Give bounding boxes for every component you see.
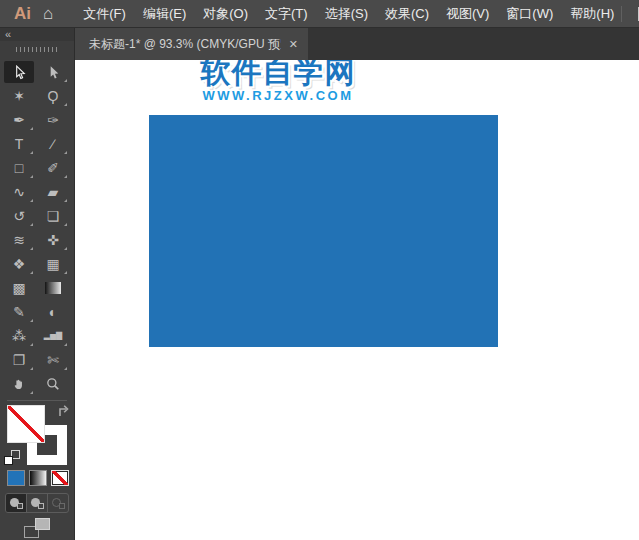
- zoom-icon: [46, 377, 60, 391]
- hand-icon: [12, 377, 26, 391]
- gradient-tool[interactable]: [38, 277, 68, 299]
- mesh-tool[interactable]: ▩: [4, 277, 34, 299]
- document-tab[interactable]: 未标题-1* @ 93.3% (CMYK/GPU 预览) ✕: [75, 28, 308, 60]
- illustrator-window: Ai ⌂ 文件(F)编辑(E)对象(O)文字(T)选择(S)效果(C)视图(V)…: [0, 0, 639, 540]
- width-tool[interactable]: ≋: [4, 229, 34, 251]
- menu-object[interactable]: 对象(O): [203, 5, 248, 23]
- rotate-icon: ↺: [13, 209, 25, 223]
- hand-tool[interactable]: [4, 373, 34, 395]
- pen-icon: ✒: [13, 113, 25, 127]
- color-chip[interactable]: [7, 470, 25, 486]
- swap-fill-stroke-icon[interactable]: [57, 404, 71, 417]
- shape-builder-icon: ❖: [13, 257, 26, 271]
- magic-wand-icon: ✶: [13, 89, 25, 103]
- color-type-buttons: [0, 467, 74, 489]
- magic-wand-tool[interactable]: ✶: [4, 85, 34, 107]
- main-area: ✶Ϙ✒✑T∕□✐∿▰↺❏≋✜❖▦▩✎◐⁂▂▅▇❐✄: [0, 60, 639, 540]
- mesh-icon: ▩: [12, 281, 25, 295]
- eyedropper-icon: ✎: [13, 305, 25, 319]
- menu-select[interactable]: 选择(S): [325, 5, 368, 23]
- toolbar-dock-header: «: [0, 28, 75, 60]
- artboard-tool[interactable]: ❐: [4, 349, 34, 371]
- fill-stroke-controls: [0, 403, 74, 467]
- perspective-grid-tool[interactable]: ▦: [38, 253, 68, 275]
- drawn-rectangle[interactable]: [149, 115, 498, 347]
- slice-tool[interactable]: ✄: [38, 349, 68, 371]
- width-icon: ≋: [13, 233, 25, 247]
- tools-grid: ✶Ϙ✒✑T∕□✐∿▰↺❏≋✜❖▦▩✎◐⁂▂▅▇❐✄: [0, 60, 74, 397]
- paintbrush-icon: ✐: [47, 161, 59, 175]
- gradient-chip[interactable]: [29, 470, 47, 486]
- document-tab-title: 未标题-1* @ 93.3% (CMYK/GPU 预览): [89, 36, 281, 53]
- menu-file[interactable]: 文件(F): [83, 5, 126, 23]
- menu-help[interactable]: 帮助(H): [570, 5, 614, 23]
- menu-list: 文件(F)编辑(E)对象(O)文字(T)选择(S)效果(C)视图(V)窗口(W)…: [83, 5, 614, 23]
- eraser-icon: ▰: [48, 185, 59, 199]
- rotate-tool[interactable]: ↺: [4, 205, 34, 227]
- blend-tool[interactable]: ◐: [38, 301, 68, 323]
- lasso-icon: Ϙ: [48, 89, 59, 103]
- draw-inside-mode[interactable]: [48, 494, 68, 512]
- puppet-warp-tool[interactable]: ✜: [38, 229, 68, 251]
- selection-tool[interactable]: [4, 61, 34, 83]
- document-tab-bar: « 未标题-1* @ 93.3% (CMYK/GPU 预览) ✕: [0, 28, 639, 60]
- default-fill-stroke-icon[interactable]: [4, 450, 20, 465]
- draw-normal-mode-icon: [10, 498, 23, 509]
- eraser-tool[interactable]: ▰: [38, 181, 68, 203]
- curvature-tool[interactable]: ✑: [38, 109, 68, 131]
- menubar-divider: [621, 6, 622, 22]
- lasso-tool[interactable]: Ϙ: [38, 85, 68, 107]
- menu-window[interactable]: 窗口(W): [506, 5, 553, 23]
- direct-selection-icon: [46, 65, 61, 80]
- fill-color-none-chip[interactable]: [7, 405, 45, 443]
- pen-tool[interactable]: ✒: [4, 109, 34, 131]
- tab-close-icon[interactable]: ✕: [289, 38, 298, 51]
- paintbrush-tool[interactable]: ✐: [38, 157, 68, 179]
- symbol-sprayer-tool[interactable]: ⁂: [4, 325, 34, 347]
- gradient-icon: [45, 282, 61, 294]
- change-screen-mode-icon[interactable]: [24, 518, 50, 538]
- line-segment-icon: ∕: [52, 137, 54, 151]
- type-tool[interactable]: T: [4, 133, 34, 155]
- toolbar-grip[interactable]: [16, 47, 58, 52]
- symbol-sprayer-icon: ⁂: [12, 329, 26, 343]
- home-icon[interactable]: ⌂: [43, 5, 53, 22]
- blend-icon: ◐: [49, 305, 57, 319]
- shaper-tool[interactable]: ∿: [4, 181, 34, 203]
- draw-inside-mode-icon: [52, 498, 65, 509]
- type-icon: T: [15, 137, 24, 151]
- scale-tool[interactable]: ❏: [38, 205, 68, 227]
- watermark-title: 软件自学网: [163, 60, 393, 88]
- rectangle-icon: □: [15, 161, 23, 175]
- artboard-canvas[interactable]: 软件自学网 WWW.RJZXW.COM: [75, 60, 639, 540]
- shaper-icon: ∿: [13, 185, 25, 199]
- menubar: Ai ⌂ 文件(F)编辑(E)对象(O)文字(T)选择(S)效果(C)视图(V)…: [0, 0, 639, 28]
- perspective-grid-icon: ▦: [46, 257, 59, 271]
- none-chip[interactable]: [51, 470, 69, 486]
- menu-view[interactable]: 视图(V): [446, 5, 489, 23]
- collapse-panel-icon[interactable]: «: [0, 28, 74, 41]
- ai-logo-icon[interactable]: Ai: [14, 4, 31, 24]
- selection-icon: [12, 65, 27, 80]
- draw-normal-mode[interactable]: [6, 494, 27, 512]
- menu-edit[interactable]: 编辑(E): [143, 5, 186, 23]
- menu-type[interactable]: 文字(T): [265, 5, 308, 23]
- watermark: 软件自学网 WWW.RJZXW.COM: [163, 60, 393, 103]
- menu-effect[interactable]: 效果(C): [385, 5, 429, 23]
- direct-selection-tool[interactable]: [38, 61, 68, 83]
- zoom-tool[interactable]: [38, 373, 68, 395]
- eyedropper-tool[interactable]: ✎: [4, 301, 34, 323]
- draw-behind-mode-icon: [31, 498, 44, 509]
- shape-builder-tool[interactable]: ❖: [4, 253, 34, 275]
- column-graph-icon: ▂▅▇: [44, 332, 62, 340]
- drawing-mode-buttons: [5, 493, 69, 513]
- rectangle-tool[interactable]: □: [4, 157, 34, 179]
- slice-icon: ✄: [47, 353, 59, 367]
- tools-panel: ✶Ϙ✒✑T∕□✐∿▰↺❏≋✜❖▦▩✎◐⁂▂▅▇❐✄: [0, 60, 75, 540]
- line-segment-tool[interactable]: ∕: [38, 133, 68, 155]
- column-graph-tool[interactable]: ▂▅▇: [38, 325, 68, 347]
- artboard-icon: ❐: [13, 353, 26, 367]
- scale-icon: ❏: [47, 209, 60, 223]
- watermark-url: WWW.RJZXW.COM: [163, 88, 393, 103]
- draw-behind-mode[interactable]: [27, 494, 48, 512]
